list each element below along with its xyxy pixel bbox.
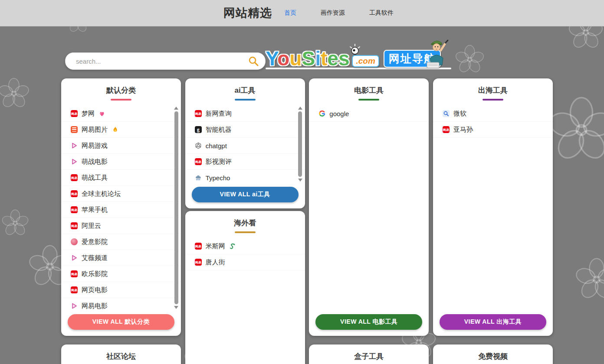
site-list: google bbox=[309, 106, 429, 310]
site-link[interactable]: 萌战电影 bbox=[61, 154, 181, 170]
scrollbar-thumb[interactable] bbox=[174, 111, 178, 304]
site-link[interactable]: 网易网页电影 bbox=[61, 282, 181, 298]
search-input[interactable] bbox=[75, 57, 248, 65]
card-title: 社区论坛 bbox=[61, 351, 181, 361]
category-card: 盒子工具 bbox=[309, 344, 429, 364]
site-link-label: 艾薇频道 bbox=[82, 254, 108, 262]
card-title: 出海工具 bbox=[433, 85, 553, 95]
category-card: ai工具网易新网查询g智能机器chatgpt网易影视测评TypechoVIEW … bbox=[185, 78, 305, 208]
site-link-label: 梦网 bbox=[82, 110, 95, 118]
top-bar: 网站精选 首页画作资源工具软件 bbox=[0, 0, 604, 26]
view-all-button[interactable]: VIEW ALL 出海工具 bbox=[440, 314, 546, 330]
site-link-label: Typecho bbox=[206, 174, 230, 182]
site-link[interactable]: 网易苹果手机 bbox=[61, 202, 181, 218]
nav-item-2[interactable]: 画作资源 bbox=[321, 9, 345, 17]
site-link[interactable]: chatgpt bbox=[185, 138, 305, 154]
snake-icon bbox=[229, 243, 236, 250]
netease-stripes-icon bbox=[71, 126, 78, 133]
category-card: 社区论坛 bbox=[61, 344, 181, 364]
nav-item-1[interactable]: 首页 bbox=[284, 9, 296, 17]
logo-wordmark: YouSites bbox=[266, 50, 349, 68]
view-all-button[interactable]: VIEW ALL ai工具 bbox=[192, 187, 299, 202]
site-link[interactable]: 网易萌战工具 bbox=[61, 170, 181, 186]
logo-letter: i bbox=[315, 47, 321, 70]
site-link[interactable]: 网易亚马孙 bbox=[433, 122, 553, 138]
site-link[interactable]: 网易梦网 bbox=[61, 106, 181, 122]
site-link[interactable]: 网易阿里云 bbox=[61, 218, 181, 234]
site-link-label: 全球主机论坛 bbox=[82, 190, 121, 198]
site-link[interactable]: 网易全球主机论坛 bbox=[61, 186, 181, 202]
site-link[interactable]: 网易新网查询 bbox=[185, 106, 305, 122]
site-link-label: 萌战电影 bbox=[82, 158, 108, 166]
site-list: 网易米斯网网易唐人街 bbox=[185, 238, 305, 364]
site-list: 网易梦网网易图片网易游戏萌战电影网易萌战工具网易全球主机论坛网易苹果手机网易阿里… bbox=[61, 106, 181, 310]
search-bar bbox=[65, 52, 266, 70]
scroll-down-arrow[interactable] bbox=[298, 179, 302, 182]
play-icon bbox=[71, 254, 78, 261]
fire-icon bbox=[112, 126, 118, 133]
site-link-label: 亚马孙 bbox=[453, 126, 473, 134]
site-link[interactable]: Typecho bbox=[185, 170, 305, 182]
netease-icon: 网易 bbox=[71, 174, 78, 181]
site-link[interactable]: 网易唐人街 bbox=[185, 254, 305, 270]
logo-letter: e bbox=[327, 47, 338, 70]
scrollbar-thumb[interactable] bbox=[298, 111, 302, 177]
view-all-button[interactable]: VIEW ALL 默认分类 bbox=[68, 314, 174, 330]
scroll-up-arrow[interactable] bbox=[174, 107, 178, 110]
site-link-label: 智能机器 bbox=[206, 126, 232, 134]
card-accent-underline bbox=[235, 99, 256, 101]
site-link-label: 影视测评 bbox=[206, 158, 232, 166]
heart-icon bbox=[98, 110, 105, 117]
list-scrollbar[interactable] bbox=[297, 107, 303, 182]
scroll-down-arrow[interactable] bbox=[174, 306, 178, 309]
netease-icon: 网易 bbox=[71, 222, 78, 229]
card-title: 盒子工具 bbox=[309, 351, 429, 361]
scroll-up-arrow[interactable] bbox=[298, 107, 302, 110]
play-icon bbox=[71, 302, 78, 309]
site-link-label: 苹果手机 bbox=[82, 206, 108, 214]
card-title: 电影工具 bbox=[309, 85, 429, 95]
site-link[interactable]: 艾薇频道 bbox=[61, 250, 181, 266]
site-link-label: 网易图片 bbox=[82, 126, 108, 134]
openai-icon bbox=[195, 142, 202, 149]
category-card: 电影工具googleVIEW ALL 电影工具 bbox=[309, 78, 429, 336]
site-link-label: 阿里云 bbox=[82, 222, 101, 230]
main-nav: 首页画作资源工具软件 bbox=[284, 9, 394, 17]
view-all-button[interactable]: VIEW ALL 电影工具 bbox=[315, 314, 422, 330]
card-accent-underline bbox=[358, 99, 379, 101]
site-logo: YouSites .com 网址导航 bbox=[266, 41, 452, 70]
site-link[interactable]: 网易影视测评 bbox=[185, 154, 305, 170]
site-link[interactable]: 网易米斯网 bbox=[185, 238, 305, 254]
card-accent-underline bbox=[111, 99, 131, 101]
site-link[interactable]: 微软 bbox=[433, 106, 553, 122]
site-link[interactable]: g智能机器 bbox=[185, 122, 305, 138]
board-column: ai工具网易新网查询g智能机器chatgpt网易影视测评TypechoVIEW … bbox=[185, 78, 305, 364]
nav-item-3[interactable]: 工具软件 bbox=[369, 9, 394, 17]
card-accent-underline bbox=[483, 99, 503, 101]
site-link[interactable]: google bbox=[309, 106, 429, 122]
netease-icon: 网易 bbox=[195, 259, 202, 266]
magnifier-icon bbox=[443, 110, 450, 117]
netease-icon: 网易 bbox=[195, 243, 202, 250]
search-icon[interactable] bbox=[248, 55, 259, 67]
netease-icon: 网易 bbox=[71, 206, 78, 213]
site-link[interactable]: 网易电影 bbox=[61, 298, 181, 310]
site-link[interactable]: 网易图片 bbox=[61, 122, 181, 138]
category-card: 海外看网易米斯网网易唐人街 bbox=[185, 211, 305, 364]
card-title: 免费视频 bbox=[433, 351, 553, 361]
site-link[interactable]: 爱意影院 bbox=[61, 234, 181, 250]
site-link-label: 网易电影 bbox=[82, 302, 108, 310]
logo-letter: t bbox=[321, 47, 327, 70]
logo-letter: Y bbox=[266, 47, 277, 70]
site-link-label: 网易游戏 bbox=[82, 142, 108, 150]
g-black-icon: g bbox=[195, 126, 202, 133]
mascot-illustration bbox=[424, 38, 451, 71]
list-scrollbar[interactable] bbox=[173, 107, 179, 309]
play-icon bbox=[71, 142, 78, 149]
google-icon bbox=[318, 110, 325, 117]
netease-icon: 网易 bbox=[71, 110, 78, 117]
site-link-label: 爱意影院 bbox=[82, 238, 108, 246]
site-link[interactable]: 网易游戏 bbox=[61, 138, 181, 154]
site-link[interactable]: 网易欧乐影院 bbox=[61, 266, 181, 282]
logo-letter: o bbox=[277, 47, 289, 70]
